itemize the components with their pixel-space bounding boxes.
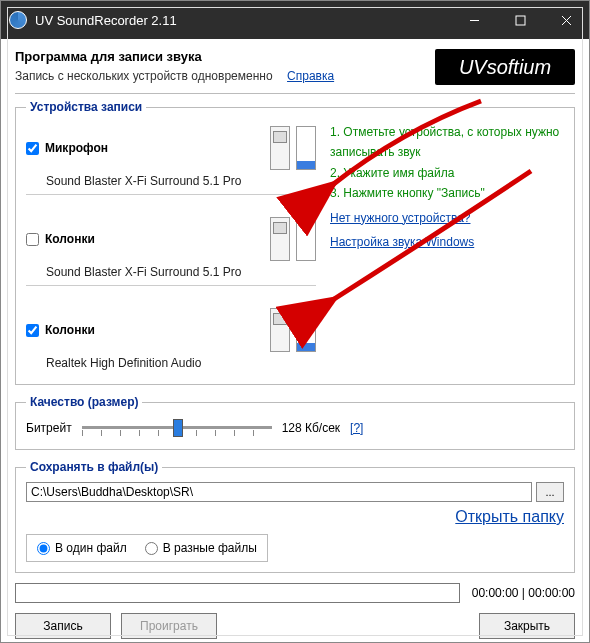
tip-2: 2. Укажите имя файла (330, 163, 564, 183)
device-volume-slider[interactable] (270, 126, 290, 170)
tip-3: 3. Нажмите кнопку "Запись" (330, 183, 564, 203)
bitrate-value: 128 Кб/сек (282, 421, 340, 435)
device-checkbox[interactable] (26, 142, 39, 155)
device-level-meter (296, 126, 316, 170)
device-sub: Realtek High Definition Audio (46, 356, 316, 370)
save-group: Сохранять в файл(ы) ... Открыть папку В … (15, 460, 575, 573)
open-folder-link[interactable]: Открыть папку (455, 508, 564, 525)
device-name: Колонки (45, 323, 95, 337)
save-mode-many[interactable]: В разные файлы (145, 541, 257, 555)
windows-sound-link[interactable]: Настройка звука Windows (330, 232, 564, 252)
save-mode-one[interactable]: В один файл (37, 541, 127, 555)
device-name: Колонки (45, 232, 95, 246)
device-checkbox[interactable] (26, 324, 39, 337)
device-sub: Sound Blaster X-Fi Surround 5.1 Pro (46, 174, 316, 188)
bitrate-help-link[interactable]: [?] (350, 421, 363, 435)
bitrate-slider[interactable] (82, 417, 272, 439)
device-volume-slider[interactable] (270, 217, 290, 261)
device-level-meter (296, 217, 316, 261)
quality-group: Качество (размер) Битрейт 128 Кб/сек [?] (15, 395, 575, 450)
device-volume-slider[interactable] (270, 308, 290, 352)
device-level-meter (296, 308, 316, 352)
browse-button[interactable]: ... (536, 482, 564, 502)
device-checkbox[interactable] (26, 233, 39, 246)
device-sub: Sound Blaster X-Fi Surround 5.1 Pro (46, 265, 316, 279)
devices-group: Устройства записи МикрофонSound Blaster … (15, 100, 575, 385)
devices-legend: Устройства записи (26, 100, 146, 114)
bitrate-label: Битрейт (26, 421, 72, 435)
save-path-input[interactable] (26, 482, 532, 502)
device-name: Микрофон (45, 141, 108, 155)
save-legend: Сохранять в файл(ы) (26, 460, 162, 474)
save-mode-group: В один файл В разные файлы (26, 534, 268, 562)
tip-1: 1. Отметьте устройства, с которых нужно … (330, 122, 564, 163)
quality-legend: Качество (размер) (26, 395, 142, 409)
missing-device-link[interactable]: Нет нужного устройства? (330, 208, 564, 228)
